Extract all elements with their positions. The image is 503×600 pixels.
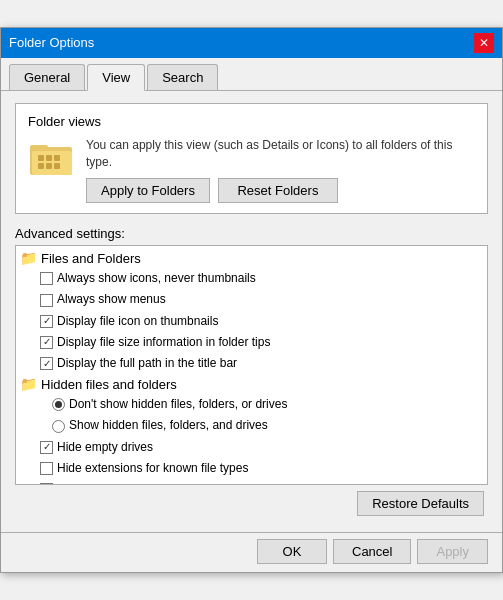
svg-rect-8 [54, 163, 60, 169]
radio-show-hidden[interactable] [52, 420, 65, 433]
item-label: Always show menus [57, 290, 166, 309]
item-label: Display file icon on thumbnails [57, 312, 218, 331]
item-label: Always show icons, never thumbnails [57, 269, 256, 288]
advanced-settings-listbox[interactable]: 📁 Files and Folders Always show icons, n… [15, 245, 488, 485]
apply-to-folders-button[interactable]: Apply to Folders [86, 178, 210, 203]
folder-group-icon: 📁 [20, 250, 37, 266]
checkbox-hide-empty-drives[interactable] [40, 441, 53, 454]
checkbox-hide-extensions[interactable] [40, 462, 53, 475]
item-label: Show hidden files, folders, and drives [69, 416, 268, 435]
checkbox-display-full-path[interactable] [40, 357, 53, 370]
item-label: Hide empty drives [57, 438, 153, 457]
svg-rect-4 [46, 155, 52, 161]
list-item[interactable]: Hide empty drives [16, 437, 487, 458]
folder-views-description: You can apply this view (such as Details… [86, 137, 475, 171]
checkbox-display-file-size[interactable] [40, 336, 53, 349]
folder-views-right: You can apply this view (such as Details… [86, 137, 475, 204]
checkbox-hide-folder-merge[interactable] [40, 483, 53, 485]
svg-rect-5 [54, 155, 60, 161]
svg-rect-6 [38, 163, 44, 169]
tab-view[interactable]: View [87, 64, 145, 91]
item-label: Display file size information in folder … [57, 333, 270, 352]
subgroup-hidden-files: 📁 Hidden files and folders [16, 374, 487, 394]
tab-general[interactable]: General [9, 64, 85, 90]
item-label: Don't show hidden files, folders, or dri… [69, 395, 287, 414]
checkbox-display-file-icon[interactable] [40, 315, 53, 328]
list-item[interactable]: Don't show hidden files, folders, or dri… [16, 394, 487, 415]
close-button[interactable]: ✕ [474, 33, 494, 53]
list-item[interactable]: Hide folder merge conflicts [16, 479, 487, 485]
main-content: Folder views [1, 91, 502, 533]
ok-button[interactable]: OK [257, 539, 327, 564]
title-bar: Folder Options ✕ [1, 28, 502, 58]
radio-dont-show-hidden[interactable] [52, 398, 65, 411]
folder-views-title: Folder views [28, 114, 475, 129]
restore-btn-row: Restore Defaults [15, 485, 488, 520]
folder-subgroup-icon: 📁 [20, 376, 37, 392]
list-item[interactable]: Show hidden files, folders, and drives [16, 415, 487, 436]
list-item[interactable]: Hide extensions for known file types [16, 458, 487, 479]
list-item[interactable]: Display file size information in folder … [16, 332, 487, 353]
item-label: Display the full path in the title bar [57, 354, 237, 373]
cancel-button[interactable]: Cancel [333, 539, 411, 564]
group-label: Files and Folders [41, 251, 141, 266]
item-label: Hide extensions for known file types [57, 459, 248, 478]
folder-views-buttons: Apply to Folders Reset Folders [86, 178, 475, 203]
advanced-settings-label: Advanced settings: [15, 226, 488, 241]
list-item[interactable]: Display file icon on thumbnails [16, 311, 487, 332]
item-label: Hide folder merge conflicts [57, 480, 199, 485]
reset-folders-button[interactable]: Reset Folders [218, 178, 338, 203]
list-item[interactable]: Always show menus [16, 289, 487, 310]
folder-icon [28, 137, 76, 177]
svg-rect-3 [38, 155, 44, 161]
list-item[interactable]: Always show icons, never thumbnails [16, 268, 487, 289]
svg-rect-7 [46, 163, 52, 169]
folder-views-section: Folder views [15, 103, 488, 215]
restore-defaults-button[interactable]: Restore Defaults [357, 491, 484, 516]
subgroup-label: Hidden files and folders [41, 377, 177, 392]
svg-rect-1 [30, 145, 48, 150]
folder-options-window: Folder Options ✕ General View Search Fol… [0, 27, 503, 574]
window-title: Folder Options [9, 35, 94, 50]
checkbox-always-show-menus[interactable] [40, 294, 53, 307]
svg-rect-2 [32, 151, 72, 175]
list-item[interactable]: Display the full path in the title bar [16, 353, 487, 374]
tab-search[interactable]: Search [147, 64, 218, 90]
folder-views-body: You can apply this view (such as Details… [28, 137, 475, 204]
footer-buttons: OK Cancel Apply [1, 532, 502, 572]
tab-bar: General View Search [1, 58, 502, 91]
checkbox-always-show-icons[interactable] [40, 272, 53, 285]
group-files-and-folders: 📁 Files and Folders [16, 248, 487, 268]
apply-button[interactable]: Apply [417, 539, 488, 564]
